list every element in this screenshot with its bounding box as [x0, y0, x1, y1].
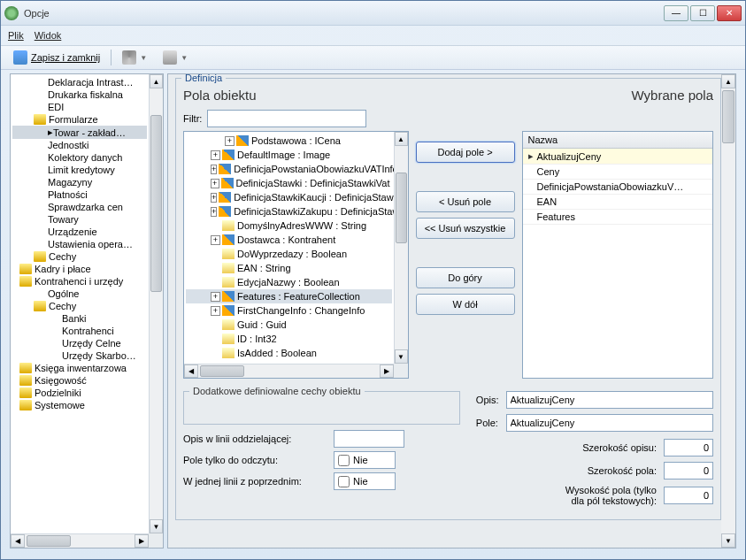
selected-field-row[interactable]: EAN — [523, 195, 712, 210]
scroll-left-button[interactable]: ◀ — [11, 534, 25, 548]
field-tree-item[interactable]: +DefinicjaStawki : DefinicjaStawkiVat — [186, 176, 392, 190]
scroll-left-button[interactable]: ◀ — [184, 364, 198, 378]
move-down-button[interactable]: W dół — [416, 294, 515, 315]
remove-all-button[interactable]: << Usuń wszystkie — [416, 218, 515, 239]
scroll-down-button[interactable]: ▼ — [395, 349, 408, 364]
expander-icon[interactable]: + — [211, 292, 220, 302]
nav-tree-item[interactable]: Kontrahenci — [12, 325, 147, 337]
nav-tree-item[interactable]: Księga inwentarzowa — [12, 362, 147, 374]
selected-field-row[interactable]: ▸AktualizujCeny — [523, 149, 712, 165]
sameline-combo[interactable]: Nie — [334, 472, 396, 490]
scroll-thumb[interactable] — [722, 90, 734, 143]
nav-tree-item[interactable]: Formularze — [12, 113, 147, 126]
nav-tree-item[interactable]: Ustawienia opera… — [12, 238, 147, 250]
field-tree-item[interactable]: ID : Int32 — [186, 332, 392, 346]
remove-field-button[interactable]: < Usuń pole — [416, 191, 515, 212]
nav-tree-item[interactable]: Kontrahenci i urzędy — [12, 275, 147, 288]
selected-field-row[interactable]: DefinicjaPowstaniaObowiazkuV… — [523, 180, 712, 195]
pole-input[interactable] — [506, 414, 713, 432]
scroll-up-button[interactable]: ▲ — [395, 132, 408, 146]
scroll-thumb[interactable] — [27, 535, 71, 547]
nav-tree-item[interactable]: Kolektory danych — [12, 151, 147, 164]
expander-icon[interactable]: + — [211, 150, 220, 160]
expander-icon[interactable]: + — [211, 165, 217, 174]
scroll-thumb[interactable] — [200, 365, 244, 377]
nav-tree-item[interactable]: Ogólne — [12, 288, 147, 300]
field-tree-item[interactable]: Guid : Guid — [186, 318, 392, 332]
scroll-down-button[interactable]: ▼ — [721, 533, 735, 548]
field-tree-item[interactable]: +FirstChangeInfo : ChangeInfo — [186, 303, 392, 318]
scroll-up-button[interactable]: ▲ — [721, 74, 735, 88]
field-tree-item[interactable]: DoWyprzedazy : Boolean — [186, 247, 392, 261]
scroll-right-button[interactable]: ▶ — [135, 534, 149, 548]
nav-tree-item[interactable]: Cechy — [12, 300, 147, 312]
vscrollbar[interactable]: ▲ ▼ — [394, 132, 408, 364]
menu-widok[interactable]: Widok — [35, 30, 62, 41]
nav-tree-item[interactable]: Księgowość — [12, 374, 147, 387]
nav-tree-item[interactable]: Systemowe — [12, 399, 147, 411]
expander-icon[interactable]: + — [211, 207, 217, 217]
szer-opisu-input[interactable] — [664, 439, 713, 456]
nav-tree-item[interactable]: Urzędy Celne — [12, 337, 147, 349]
nav-tree-item[interactable]: Sprawdzarka cen — [12, 201, 147, 213]
minimize-button[interactable]: — — [664, 5, 688, 21]
opis-linii-input[interactable] — [334, 430, 404, 448]
szer-pola-input[interactable] — [664, 462, 713, 479]
expander-icon[interactable]: + — [211, 179, 219, 188]
scroll-thumb[interactable] — [150, 115, 162, 292]
field-tree-item[interactable]: EdycjaNazwy : Boolean — [186, 275, 392, 289]
field-tree-item[interactable]: IsAdded : Boolean — [186, 346, 392, 360]
scroll-down-button[interactable]: ▼ — [150, 519, 163, 533]
field-tree-item[interactable]: +Podstawowa : ICena — [186, 134, 392, 148]
readonly-checkbox[interactable] — [338, 455, 350, 466]
sameline-checkbox[interactable] — [338, 476, 350, 487]
expander-icon[interactable]: + — [211, 235, 220, 245]
nav-tree-item[interactable]: Jednostki — [12, 139, 147, 151]
selected-field-row[interactable]: Ceny — [523, 165, 712, 180]
print-button[interactable]: ▼ — [158, 49, 193, 66]
vscrollbar[interactable]: ▲ ▼ — [149, 74, 163, 533]
opis-input[interactable] — [506, 391, 713, 409]
hscrollbar[interactable]: ◀ ▶ — [11, 533, 149, 548]
nav-tree-item[interactable]: Kadry i płace — [12, 263, 147, 275]
nav-tree-item[interactable]: Urzędy Skarbo… — [12, 349, 147, 362]
selected-fields-grid[interactable]: Nazwa ▸AktualizujCenyCenyDefinicjaPowsta… — [522, 131, 713, 379]
nav-tree-item[interactable]: Urządzenie — [12, 226, 147, 238]
filtr-input[interactable] — [207, 110, 366, 127]
menu-plik[interactable]: Plik — [8, 30, 24, 41]
nav-tree-item[interactable]: Podzielniki — [12, 387, 147, 399]
scroll-thumb[interactable] — [396, 173, 407, 243]
nav-tree-item[interactable]: Banki — [12, 312, 147, 325]
nav-tree-item[interactable]: Towary — [12, 213, 147, 226]
expander-icon[interactable]: + — [211, 306, 220, 316]
readonly-combo[interactable]: Nie — [334, 451, 396, 469]
field-tree-item[interactable]: +Dostawca : Kontrahent — [186, 233, 392, 247]
grid-header[interactable]: Nazwa — [523, 132, 712, 149]
nav-tree-item[interactable]: Drukarka fiskalna — [12, 88, 147, 101]
field-tree-item[interactable]: EAN : String — [186, 261, 392, 275]
move-up-button[interactable]: Do góry — [416, 267, 515, 288]
nav-tree-item[interactable]: ▸ Towar - zakład… — [12, 126, 147, 139]
expander-icon[interactable]: + — [225, 136, 235, 146]
expander-icon[interactable]: + — [211, 193, 217, 203]
nav-tree-item[interactable]: Limit kredytowy — [12, 164, 147, 176]
hscrollbar[interactable]: ◀ ▶ — [184, 364, 394, 378]
field-tree-item[interactable]: +DefinicjaStawkiZakupu : DefinicjaStaw… — [186, 204, 392, 219]
field-tree-item[interactable]: +DefaultImage : Image — [186, 148, 392, 162]
nav-tree-item[interactable]: Płatności — [12, 188, 147, 201]
field-tree-item[interactable]: DomyślnyAdresWWW : String — [186, 219, 392, 233]
close-button[interactable]: ✕ — [717, 5, 742, 21]
selected-field-row[interactable]: Features — [523, 210, 712, 225]
field-tree-item[interactable]: +DefinicjaPowstaniaObowiazkuVATInfo — [186, 162, 392, 176]
add-field-button[interactable]: Dodaj pole > — [416, 142, 515, 163]
nav-tree-item[interactable]: Deklaracja Intrast… — [12, 76, 147, 88]
field-tree-item[interactable]: +Features : FeatureCollection — [186, 289, 392, 303]
nav-tree[interactable]: Deklaracja Intrast…Drukarka fiskalnaEDIF… — [11, 74, 149, 533]
tools-button[interactable]: ▼ — [117, 49, 152, 66]
nav-tree-item[interactable]: EDI — [12, 101, 147, 113]
scroll-right-button[interactable]: ▶ — [380, 364, 394, 378]
field-tree-item[interactable]: +DefinicjaStawkiKaucji : DefinicjaStawki — [186, 190, 392, 204]
scroll-up-button[interactable]: ▲ — [150, 74, 163, 88]
fields-tree[interactable]: +Podstawowa : ICena+DefaultImage : Image… — [184, 132, 394, 364]
nav-tree-item[interactable]: Magazyny — [12, 176, 147, 188]
